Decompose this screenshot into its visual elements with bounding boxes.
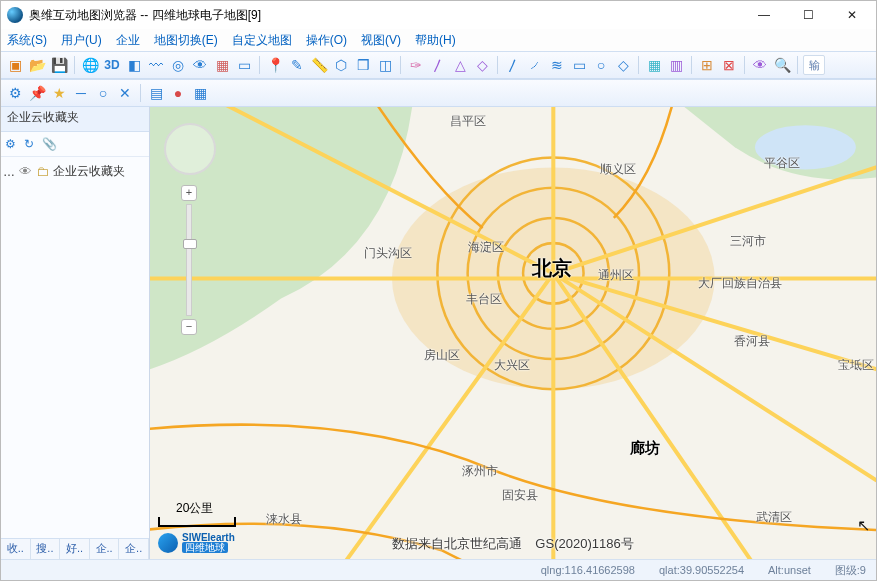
save-icon[interactable]: 💾 bbox=[49, 55, 69, 75]
delete-icon[interactable]: ⊠ bbox=[719, 55, 739, 75]
side-tab-3[interactable]: 企.. bbox=[90, 539, 120, 559]
menu-system[interactable]: 系统(S) bbox=[7, 32, 47, 49]
favorites-tree[interactable]: … 👁 🗀 企业云收藏夹 bbox=[1, 157, 149, 538]
toolbar-2: ⚙ 📌 ★ ─ ○ ✕ ▤ ● ▦ bbox=[1, 79, 876, 107]
line3-icon[interactable]: ─ bbox=[71, 83, 91, 103]
edit-icon[interactable]: ✎ bbox=[287, 55, 307, 75]
zoom-thumb[interactable] bbox=[183, 239, 197, 249]
label-haidian: 海淀区 bbox=[468, 239, 504, 256]
status-lat: qlat:39.90552254 bbox=[659, 564, 744, 576]
hex-icon[interactable]: ⬡ bbox=[331, 55, 351, 75]
bar-icon[interactable]: ▥ bbox=[666, 55, 686, 75]
window-title: 奥维互动地图浏览器 -- 四维地球电子地图[9] bbox=[29, 7, 742, 24]
select-rect-icon[interactable]: ▭ bbox=[234, 55, 254, 75]
menu-map-switch[interactable]: 地图切换(E) bbox=[154, 32, 218, 49]
new-icon[interactable]: ▣ bbox=[5, 55, 25, 75]
sidebar: 企业云收藏夹 ⚙ ↻ 📎 … 👁 🗀 企业云收藏夹 收.. 搜.. 好.. 企.… bbox=[1, 107, 150, 559]
rect-icon[interactable]: ▭ bbox=[569, 55, 589, 75]
pin2-icon[interactable]: 📌 bbox=[27, 83, 47, 103]
shapes-icon[interactable]: ◫ bbox=[375, 55, 395, 75]
refresh-icon[interactable]: ↻ bbox=[24, 137, 34, 151]
visibility-icon[interactable]: 👁 bbox=[19, 164, 32, 179]
gear-icon[interactable]: ⚙ bbox=[5, 137, 16, 151]
ruler-icon[interactable]: 📏 bbox=[309, 55, 329, 75]
table-icon[interactable]: ⊞ bbox=[697, 55, 717, 75]
polyline-icon[interactable]: 〳 bbox=[428, 55, 448, 75]
label-mentougou: 门头沟区 bbox=[364, 245, 412, 262]
minimize-button[interactable]: — bbox=[742, 1, 786, 29]
hide-icon[interactable]: 👁 bbox=[190, 55, 210, 75]
sidebar-tabs: 收.. 搜.. 好.. 企.. 企.. bbox=[1, 538, 149, 559]
end-box[interactable]: 输 bbox=[803, 55, 825, 75]
menu-custom-map[interactable]: 自定义地图 bbox=[232, 32, 292, 49]
status-bar: qlng:116.41662598 qlat:39.90552254 Alt:u… bbox=[1, 559, 876, 580]
titlebar: 奥维互动地图浏览器 -- 四维地球电子地图[9] — ☐ ✕ bbox=[1, 1, 876, 29]
eye-icon[interactable]: 👁 bbox=[750, 55, 770, 75]
3d-icon[interactable]: 3D bbox=[102, 55, 122, 75]
zoom-in-button[interactable]: + bbox=[181, 185, 197, 201]
diamond2-icon[interactable]: ◇ bbox=[613, 55, 633, 75]
menu-enterprise[interactable]: 企业 bbox=[116, 32, 140, 49]
sidebar-title: 企业云收藏夹 bbox=[1, 107, 149, 132]
line2-icon[interactable]: 〳 bbox=[503, 55, 523, 75]
label-sanhe: 三河市 bbox=[730, 233, 766, 250]
cross-icon[interactable]: ✕ bbox=[115, 83, 135, 103]
label-zhuozhou: 涿州市 bbox=[462, 463, 498, 480]
diamond-icon[interactable]: ◇ bbox=[472, 55, 492, 75]
tree-root-label: 企业云收藏夹 bbox=[53, 163, 125, 180]
pen-icon[interactable]: ✑ bbox=[406, 55, 426, 75]
circle-icon[interactable]: ○ bbox=[591, 55, 611, 75]
side-tab-0[interactable]: 收.. bbox=[1, 539, 31, 559]
label-wuqing: 武清区 bbox=[756, 509, 792, 526]
label-baodi: 宝坻区 bbox=[838, 357, 874, 374]
menu-operate[interactable]: 操作(O) bbox=[306, 32, 347, 49]
target-icon[interactable]: ◎ bbox=[168, 55, 188, 75]
tree-root[interactable]: … 👁 🗀 企业云收藏夹 bbox=[3, 161, 147, 182]
side-tab-1[interactable]: 搜.. bbox=[31, 539, 61, 559]
menu-user[interactable]: 用户(U) bbox=[61, 32, 102, 49]
layer-search-icon[interactable]: ◧ bbox=[124, 55, 144, 75]
map-attribution: 数据来自北京世纪高通 GS(2020)1186号 bbox=[150, 535, 876, 553]
side-tab-4[interactable]: 企.. bbox=[119, 539, 149, 559]
label-daxing: 大兴区 bbox=[494, 357, 530, 374]
close-button[interactable]: ✕ bbox=[830, 1, 874, 29]
zigzag-icon[interactable]: ≋ bbox=[547, 55, 567, 75]
toolbar-1: ▣ 📂 💾 🌐 3D ◧ 〰 ◎ 👁 ▦ ▭ 📍 ✎ 📏 ⬡ ❒ ◫ ✑ 〳 △… bbox=[1, 51, 876, 79]
gear2-icon[interactable]: ⚙ bbox=[5, 83, 25, 103]
triangle-icon[interactable]: △ bbox=[450, 55, 470, 75]
open-icon[interactable]: 📂 bbox=[27, 55, 47, 75]
arc-icon[interactable]: ⟋ bbox=[525, 55, 545, 75]
zoom-slider[interactable]: + − bbox=[182, 185, 196, 335]
scale-text: 20公里 bbox=[158, 500, 236, 517]
side-tab-2[interactable]: 好.. bbox=[60, 539, 90, 559]
zoom-out-button[interactable]: − bbox=[181, 319, 197, 335]
pin-icon[interactable]: 📍 bbox=[265, 55, 285, 75]
label-pinggu: 平谷区 bbox=[764, 155, 800, 172]
curve-icon[interactable]: 〰 bbox=[146, 55, 166, 75]
star-icon[interactable]: ★ bbox=[49, 83, 69, 103]
label-tongzhou: 通州区 bbox=[598, 267, 634, 284]
maximize-button[interactable]: ☐ bbox=[786, 1, 830, 29]
status-alt: Alt:unset bbox=[768, 564, 811, 576]
cube-icon[interactable]: ❒ bbox=[353, 55, 373, 75]
map-canvas[interactable]: + − 北京 昌平区 顺义区 平谷区 门头沟区 海淀区 通州区 三河市 丰台区 … bbox=[150, 107, 876, 559]
label-center: 北京 bbox=[532, 255, 572, 282]
menubar: 系统(S) 用户(U) 企业 地图切换(E) 自定义地图 操作(O) 视图(V)… bbox=[1, 29, 876, 51]
search-icon[interactable]: 🔍 bbox=[772, 55, 792, 75]
scale-bar: 20公里 bbox=[158, 500, 236, 527]
label-changping: 昌平区 bbox=[450, 113, 486, 130]
grid-icon[interactable]: ▦ bbox=[212, 55, 232, 75]
attach-icon[interactable]: 📎 bbox=[42, 137, 57, 151]
menu-help[interactable]: 帮助(H) bbox=[415, 32, 456, 49]
menu-view[interactable]: 视图(V) bbox=[361, 32, 401, 49]
book-icon[interactable]: ▤ bbox=[146, 83, 166, 103]
label-laishui: 涞水县 bbox=[266, 511, 302, 528]
label-xianghe: 香河县 bbox=[734, 333, 770, 350]
globe-icon[interactable]: 🌐 bbox=[80, 55, 100, 75]
compass[interactable] bbox=[164, 123, 216, 175]
label-fengtai: 丰台区 bbox=[466, 291, 502, 308]
record-icon[interactable]: ● bbox=[168, 83, 188, 103]
circle2-icon[interactable]: ○ bbox=[93, 83, 113, 103]
calendar-icon[interactable]: ▦ bbox=[190, 83, 210, 103]
grid2-icon[interactable]: ▦ bbox=[644, 55, 664, 75]
